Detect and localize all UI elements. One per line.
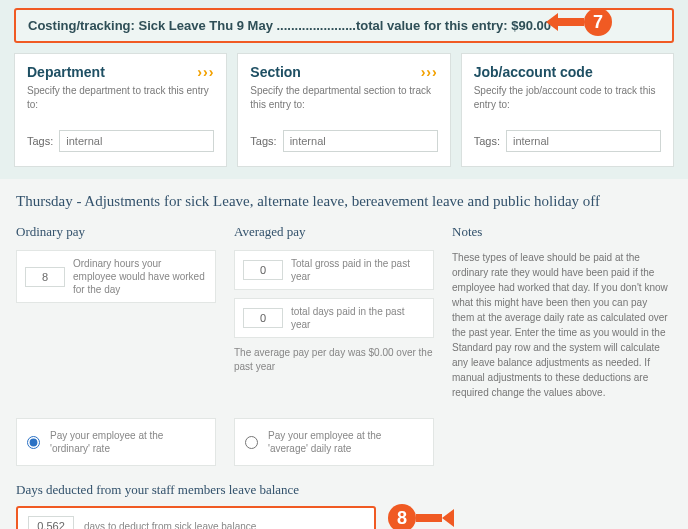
averaged-pay-heading: Averaged pay <box>234 224 434 240</box>
ordinary-hours-label: Ordinary hours your employee would have … <box>73 257 207 296</box>
averaged-pay-column: Averaged pay Total gross paid in the pas… <box>234 224 434 400</box>
ordinary-rate-label: Pay your employee at the 'ordinary' rate <box>50 429 205 455</box>
ordinary-rate-option[interactable]: Pay your employee at the 'ordinary' rate <box>16 418 216 466</box>
average-pay-note: The average pay per day was $0.00 over t… <box>234 346 434 374</box>
adjustments-title: Thursday - Adjustments for sick Leave, a… <box>16 193 672 210</box>
section-title: Section <box>250 64 301 80</box>
notes-body: These types of leave should be paid at t… <box>452 250 672 400</box>
total-days-label: total days paid in the past year <box>291 305 425 331</box>
department-tags-label: Tags: <box>27 135 53 147</box>
section-card: Section ››› Specify the departmental sec… <box>237 53 450 167</box>
department-subtext: Specify the department to track this ent… <box>27 84 214 112</box>
average-rate-label: Pay your employee at the 'average' daily… <box>268 429 423 455</box>
section-tags-input[interactable] <box>283 130 438 152</box>
section-tags-label: Tags: <box>250 135 276 147</box>
callout-badge-7: 7 <box>584 8 612 36</box>
department-title: Department <box>27 64 105 80</box>
department-tags-input[interactable] <box>59 130 214 152</box>
notes-heading: Notes <box>452 224 672 240</box>
section-subtext: Specify the departmental section to trac… <box>250 84 437 112</box>
section-expand-icon[interactable]: ››› <box>421 64 438 80</box>
average-rate-option[interactable]: Pay your employee at the 'average' daily… <box>234 418 434 466</box>
job-tags-label: Tags: <box>474 135 500 147</box>
adjustments-panel: Thursday - Adjustments for sick Leave, a… <box>0 179 688 529</box>
rate-choice-row: Pay your employee at the 'ordinary' rate… <box>16 418 672 466</box>
ordinary-rate-radio[interactable] <box>27 436 40 449</box>
callout-7: 7 <box>546 8 612 36</box>
callout-badge-8: 8 <box>388 504 416 529</box>
total-days-input[interactable] <box>243 308 283 328</box>
ordinary-hours-input[interactable] <box>25 267 65 287</box>
department-expand-icon[interactable]: ››› <box>197 64 214 80</box>
costing-line: Costing/tracking: Sick Leave Thu 9 May .… <box>28 18 551 33</box>
deduct-box: days to deduct from sick leave balance <box>16 506 376 529</box>
ordinary-pay-column: Ordinary pay Ordinary hours your employe… <box>16 224 216 400</box>
deduct-days-input[interactable] <box>28 516 74 529</box>
job-subtext: Specify the job/account code to track th… <box>474 84 661 112</box>
notes-column: Notes These types of leave should be pai… <box>452 224 672 400</box>
total-gross-label: Total gross paid in the past year <box>291 257 425 283</box>
job-tags-input[interactable] <box>506 130 661 152</box>
department-card: Department ››› Specify the department to… <box>14 53 227 167</box>
ordinary-pay-heading: Ordinary pay <box>16 224 216 240</box>
tracking-cards: Department ››› Specify the department to… <box>14 53 674 167</box>
deduct-days-label: days to deduct from sick leave balance <box>84 520 256 530</box>
average-rate-radio[interactable] <box>245 436 258 449</box>
job-title: Job/account code <box>474 64 593 80</box>
deduct-heading: Days deducted from your staff members le… <box>16 482 672 498</box>
callout-8: 8 <box>388 504 454 529</box>
total-gross-input[interactable] <box>243 260 283 280</box>
costing-section: Costing/tracking: Sick Leave Thu 9 May .… <box>0 0 688 179</box>
job-card: Job/account code Specify the job/account… <box>461 53 674 167</box>
costing-header: Costing/tracking: Sick Leave Thu 9 May .… <box>14 8 674 43</box>
